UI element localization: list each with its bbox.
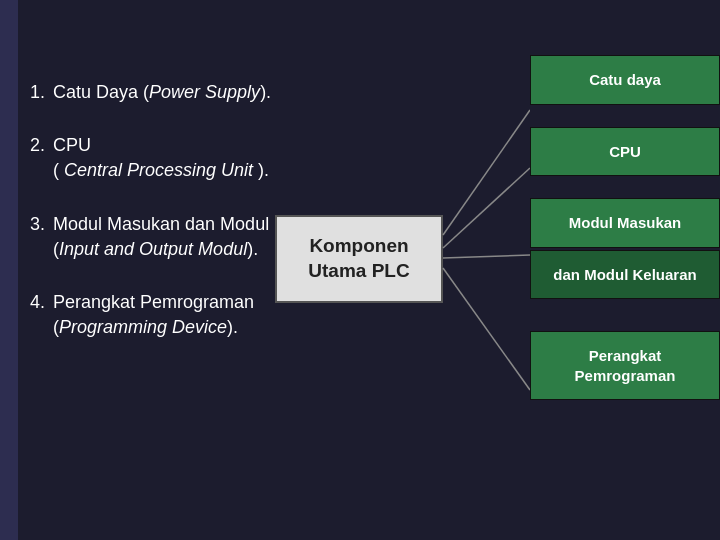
right-box-catu-daya: Catu daya xyxy=(530,55,720,105)
list-item-2: 2. CPU( Central Processing Unit ). xyxy=(30,133,360,183)
right-box-perangkat: Perangkat Pemrograman xyxy=(530,331,720,400)
svg-line-0 xyxy=(443,110,530,235)
right-box-modul-masukan: Modul Masukan xyxy=(530,198,720,248)
right-divider-1 xyxy=(530,107,720,125)
right-divider-2 xyxy=(530,178,720,196)
bullet-1: 1. xyxy=(30,82,45,103)
item-2-text: CPU( Central Processing Unit ). xyxy=(53,133,269,183)
right-section: Catu daya CPU Modul Masukan dan Modul Ke… xyxy=(530,55,720,400)
center-box-title: Komponen xyxy=(309,234,408,259)
bullet-4: 4. xyxy=(30,292,45,313)
svg-line-1 xyxy=(443,168,530,248)
bullet-2: 2. xyxy=(30,135,45,156)
item-4-text: Perangkat Pemrograman(Programming Device… xyxy=(53,290,254,340)
center-box-subtitle: Utama PLC xyxy=(308,259,409,284)
page-container: 1. Catu Daya (Power Supply). 2. CPU( Cen… xyxy=(0,0,720,540)
right-box-modul-keluaran: dan Modul Keluaran xyxy=(530,250,720,300)
right-box-cpu: CPU xyxy=(530,127,720,177)
center-komponen-box: Komponen Utama PLC xyxy=(275,215,443,303)
bullet-3: 3. xyxy=(30,214,45,235)
svg-line-3 xyxy=(443,268,530,390)
svg-line-2 xyxy=(443,255,530,258)
right-divider-3 xyxy=(530,301,720,329)
item-1-text: Catu Daya (Power Supply). xyxy=(53,80,271,105)
left-accent-bar xyxy=(0,0,18,540)
list-item-1: 1. Catu Daya (Power Supply). xyxy=(30,80,360,105)
